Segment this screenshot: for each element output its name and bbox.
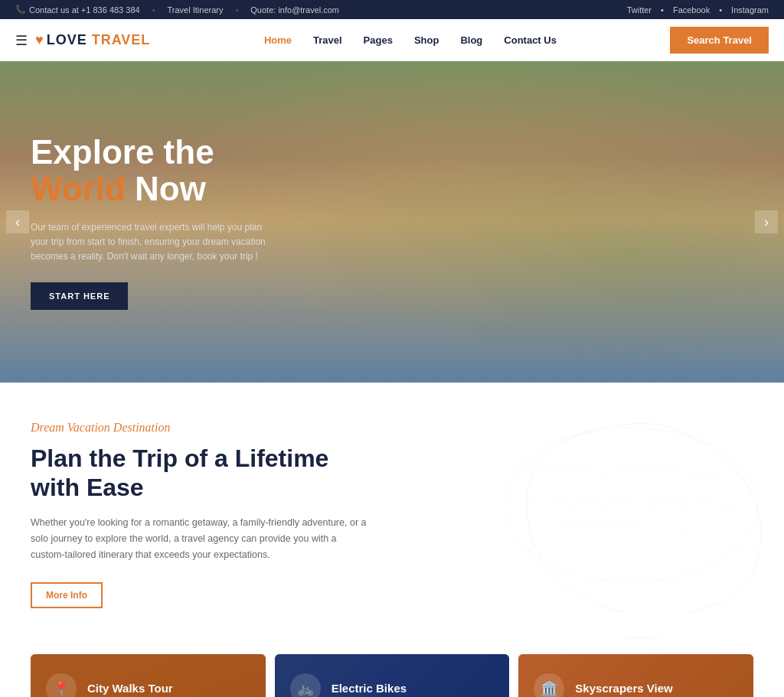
- header: ☰ ♥ LOVE TRAVEL Home Travel Pages Shop B…: [0, 19, 784, 61]
- svg-point-0: [504, 428, 757, 582]
- instagram-link[interactable]: Instagram: [731, 5, 769, 15]
- header-left: ☰ ♥ LOVE TRAVEL: [15, 32, 150, 49]
- plan-description: Whether you're looking for a romantic ge…: [31, 515, 368, 564]
- hero-prev-button[interactable]: ‹: [6, 210, 29, 233]
- hero-title: Explore the World Now: [31, 134, 276, 208]
- skyscrapers-label: Skyscrapers View: [575, 682, 672, 695]
- tour-card-electric-bikes[interactable]: 🚲 Electric Bikes: [275, 654, 510, 697]
- plan-title: Plan the Trip of a Lifetime with Ease: [31, 444, 352, 503]
- nav-shop[interactable]: Shop: [407, 30, 447, 50]
- svg-point-3: [565, 505, 587, 527]
- city-walks-label: City Walks Tour: [87, 682, 173, 695]
- hero-description: Our team of experienced travel experts w…: [31, 220, 276, 265]
- map-watermark: [493, 383, 769, 627]
- nav-contact[interactable]: Contact Us: [496, 30, 564, 50]
- electric-bikes-label: Electric Bikes: [332, 682, 407, 695]
- quote-info: Quote: info@travel.com: [250, 5, 339, 15]
- nav-pages[interactable]: Pages: [356, 30, 400, 50]
- hero-next-button[interactable]: ›: [755, 210, 778, 233]
- top-bar: 📞 Contact us at +1 836 483 384 • Travel …: [0, 0, 784, 19]
- svg-point-2: [653, 483, 686, 516]
- plan-subtitle: Dream Vacation Destination: [31, 421, 753, 435]
- tour-cards-row: 📍 City Walks Tour 🚲 Electric Bikes 🏛️ Sk…: [0, 639, 784, 697]
- hero-highlight: World: [31, 170, 126, 207]
- hero-content: Explore the World Now Our team of experi…: [0, 134, 306, 310]
- hero-cta-button[interactable]: START HERE: [31, 282, 128, 310]
- separator-2: •: [235, 5, 238, 15]
- social-links: Twitter • Facebook • Instagram: [627, 5, 769, 15]
- plan-section: Dream Vacation Destination Plan the Trip…: [0, 383, 784, 639]
- main-nav: Home Travel Pages Shop Blog Contact Us: [256, 30, 564, 50]
- tour-card-city-walks[interactable]: 📍 City Walks Tour: [31, 654, 266, 697]
- twitter-link[interactable]: Twitter: [627, 5, 652, 15]
- separator-1: •: [152, 5, 155, 15]
- phone-icon: 📞: [15, 5, 26, 15]
- nav-home[interactable]: Home: [256, 30, 299, 50]
- hamburger-menu[interactable]: ☰: [15, 32, 28, 49]
- nav-blog[interactable]: Blog: [452, 30, 490, 50]
- logo-text: LOVE TRAVEL: [47, 32, 151, 48]
- logo-icon: ♥: [35, 32, 44, 48]
- facebook-link[interactable]: Facebook: [673, 5, 710, 15]
- hero-section: ‹ Explore the World Now Our team of expe…: [0, 61, 784, 383]
- top-bar-left: 📞 Contact us at +1 836 483 384 • Travel …: [15, 5, 339, 15]
- svg-point-1: [590, 480, 617, 508]
- tour-card-skyscrapers[interactable]: 🏛️ Skyscrapers View: [518, 654, 753, 697]
- search-travel-button[interactable]: Search Travel: [670, 27, 769, 54]
- contact-info: 📞 Contact us at +1 836 483 384: [15, 5, 140, 15]
- nav-travel[interactable]: Travel: [305, 30, 350, 50]
- logo[interactable]: ♥ LOVE TRAVEL: [35, 32, 150, 48]
- more-info-button[interactable]: More Info: [31, 582, 103, 608]
- itinerary-link[interactable]: Travel Itinerary: [168, 5, 224, 15]
